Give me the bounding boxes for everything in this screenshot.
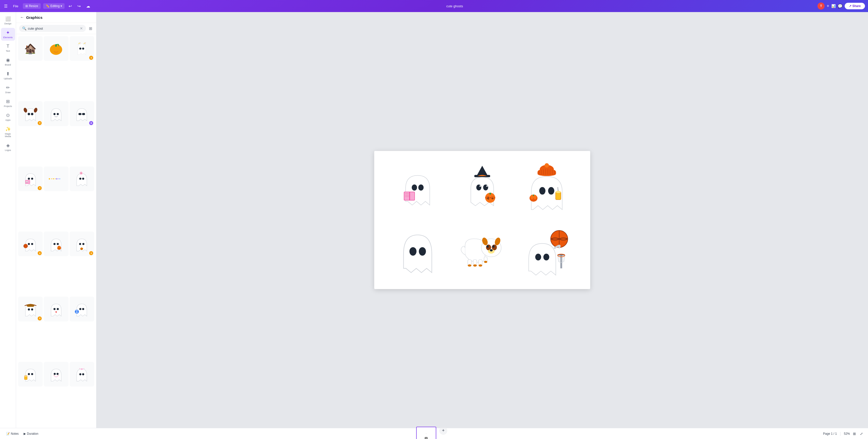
svg-rect-64 — [409, 192, 410, 200]
svg-point-98 — [533, 195, 536, 199]
svg-text:🎃: 🎃 — [58, 247, 61, 249]
logos-icon: ◈ — [6, 143, 10, 148]
chevron-down-icon: ▾ — [61, 4, 62, 8]
svg-point-97 — [530, 195, 533, 199]
fullscreen-button[interactable]: ⤢ — [859, 431, 864, 437]
svg-point-59 — [80, 373, 82, 375]
graphic-item-ghost-cute3[interactable] — [44, 362, 68, 386]
graphic-item-pumpkin[interactable] — [44, 36, 68, 61]
svg-text:📖: 📖 — [26, 181, 28, 183]
sidebar-label-design: Design — [4, 22, 11, 25]
duration-icon: ▶ — [24, 432, 26, 436]
grid-view-button[interactable]: ⊞ — [852, 431, 857, 437]
svg-point-28 — [56, 178, 57, 179]
resize-label: Resize — [29, 4, 38, 8]
footer-left: 📝 Notes ▶ Duration — [4, 431, 40, 437]
editing-button[interactable]: ✏️ Editing ▾ — [43, 3, 65, 9]
comment-button[interactable]: 💬 — [838, 4, 843, 8]
search-clear-button[interactable]: ✕ — [80, 26, 83, 30]
panel-back-button[interactable]: ← — [20, 15, 24, 20]
graphic-item-ghost-pumpkin2[interactable]: 🎃 ♛ — [69, 231, 94, 256]
svg-point-121 — [535, 254, 541, 260]
graphic-item-ghost-cowboy[interactable]: ♛ — [18, 296, 43, 321]
svg-point-48 — [80, 308, 82, 310]
search-input[interactable] — [28, 27, 79, 30]
duration-label: Duration — [27, 432, 38, 436]
graphic-item-ghost-sunglasses[interactable]: ◆ — [69, 101, 94, 126]
graphic-item-ghost-candy-bag[interactable]: 🎃 — [44, 231, 68, 256]
svg-point-11 — [28, 113, 30, 115]
avatar: T — [817, 2, 825, 9]
sidebar-item-uploads[interactable]: ⬆ Uploads — [1, 69, 15, 82]
cloud-save-button[interactable]: ☁ — [85, 3, 92, 9]
svg-point-76 — [487, 197, 489, 199]
svg-text:🎃: 🎃 — [80, 247, 83, 250]
search-bar: 🔍 ✕ ⊞ — [16, 23, 96, 34]
collaborator-add-button[interactable]: + — [827, 3, 829, 9]
sidebar-item-text[interactable]: T Text — [1, 42, 15, 54]
undo-button[interactable]: ↩ — [67, 3, 73, 9]
svg-point-57 — [54, 375, 55, 376]
analytics-button[interactable]: 📊 — [831, 4, 836, 8]
graphic-item-ghost-dog[interactable]: ♛ — [18, 101, 43, 126]
graphic-item-ghost-volleyball[interactable] — [69, 296, 94, 321]
sidebar-label-logos: Logos — [5, 149, 11, 151]
svg-text:🥂: 🥂 — [83, 42, 86, 45]
svg-point-3 — [57, 46, 60, 50]
sidebar-item-magic-media[interactable]: ✨ Magic Media — [1, 124, 15, 139]
crown-badge-2: ♛ — [38, 121, 42, 125]
sidebar-item-draw[interactable]: ✏ Draw — [1, 83, 15, 96]
redo-button[interactable]: ↪ — [76, 3, 82, 9]
graphic-item-ghost-fancy[interactable]: 🥂🥂 ♛ — [69, 36, 94, 61]
search-input-wrap: 🔍 ✕ — [19, 25, 86, 32]
graphics-grid: 🏚️ 🥂🥂 ♛ ♛ — [16, 34, 96, 428]
svg-point-99 — [410, 247, 417, 256]
canvas-container[interactable] — [374, 151, 590, 289]
notes-button[interactable]: 📝 Notes — [4, 431, 21, 437]
svg-point-116 — [479, 264, 482, 267]
svg-point-8 — [82, 48, 84, 50]
svg-point-77 — [492, 197, 493, 199]
graphic-item-ghost-simple[interactable] — [44, 101, 68, 126]
notes-icon: 📝 — [6, 432, 10, 436]
resize-button[interactable]: ⊞ Resize — [23, 3, 41, 9]
ghost-reading — [389, 161, 446, 216]
svg-point-53 — [31, 373, 33, 375]
sidebar-item-projects[interactable]: ⊞ Projects — [1, 97, 15, 109]
graphic-item-ghost-beer[interactable] — [18, 362, 43, 386]
graphic-item-ghost-heart[interactable] — [44, 296, 68, 321]
sidebar-item-elements[interactable]: ✦ Elements — [1, 28, 15, 41]
editing-label: Editing — [51, 4, 60, 8]
svg-point-7 — [80, 48, 82, 50]
graphic-item-sparkle-dots[interactable] — [44, 166, 68, 191]
sidebar-item-apps[interactable]: ⊙ Apps — [1, 111, 15, 123]
filter-button[interactable]: ⊞ — [88, 25, 93, 32]
graphic-item-ghost-floral[interactable]: 🌸 — [69, 166, 94, 191]
sidebar-item-design[interactable]: ⬜ Design — [1, 14, 15, 27]
file-button[interactable]: File — [11, 3, 20, 9]
header-left: ☰ File ⊞ Resize ✏️ Editing ▾ ↩ ↪ ☁ — [3, 3, 92, 9]
duration-button[interactable]: ▶ Duration — [22, 431, 40, 437]
graphic-item-halloween-house[interactable]: 🏚️ — [18, 36, 43, 61]
ghost-plain-bottom — [389, 224, 446, 279]
svg-rect-45 — [27, 304, 34, 307]
document-title: cute ghosts — [446, 4, 463, 8]
svg-point-117 — [484, 261, 487, 263]
sidebar-label-projects: Projects — [4, 105, 12, 107]
editing-pencil-icon: ✏️ — [46, 4, 50, 8]
svg-rect-92 — [556, 192, 561, 200]
share-button[interactable]: ↗ Share — [845, 3, 865, 9]
menu-button[interactable]: ☰ — [3, 3, 8, 9]
sidebar-item-logos[interactable]: ◈ Logos — [1, 140, 15, 153]
graphic-item-ghost-bow[interactable] — [69, 362, 94, 386]
svg-point-41 — [82, 243, 84, 245]
graphic-item-ghost-bball[interactable]: ♛ — [18, 231, 43, 256]
search-icon: 🔍 — [22, 26, 26, 30]
svg-point-56 — [57, 373, 59, 375]
sidebar-item-brand[interactable]: ◉ Brand — [1, 55, 15, 68]
graphic-item-ghost-reading[interactable]: 📖 ♛ — [18, 166, 43, 191]
svg-point-30 — [59, 178, 60, 179]
svg-point-113 — [490, 249, 493, 251]
page-thumbnail-1[interactable]: 👻👻👻 1 — [416, 427, 436, 439]
svg-point-72 — [486, 185, 488, 187]
